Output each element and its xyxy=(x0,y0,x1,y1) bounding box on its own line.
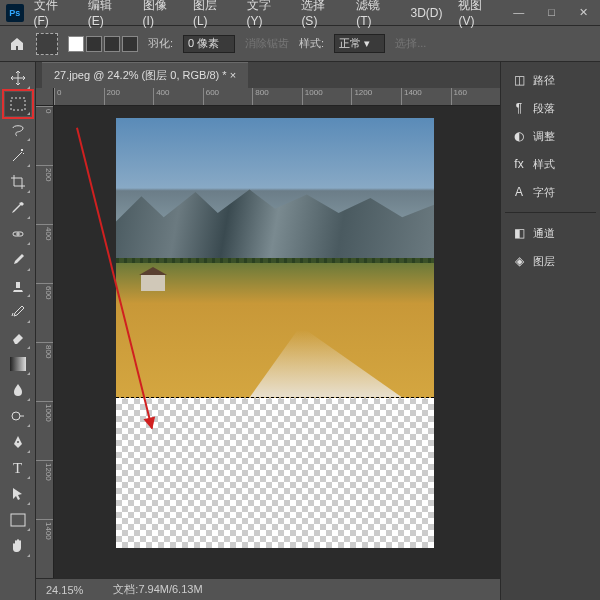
tab-close-icon[interactable]: × xyxy=(230,69,236,81)
tool-palette: T xyxy=(0,62,36,600)
ruler-vertical[interactable]: 0200400600800100012001400 xyxy=(36,106,54,578)
panel-paths[interactable]: ◫路径 xyxy=(505,68,596,92)
pen-tool[interactable] xyxy=(5,430,31,454)
canvas[interactable] xyxy=(116,118,434,548)
canvas-wrapper: 0200400600800100012001400160 02004006008… xyxy=(36,88,500,578)
menu-3d[interactable]: 3D(D) xyxy=(404,3,448,23)
lasso-tool[interactable] xyxy=(5,118,31,142)
paths-icon: ◫ xyxy=(511,72,527,88)
crop-tool[interactable] xyxy=(5,170,31,194)
subtract-selection-button[interactable] xyxy=(104,36,120,52)
menu-select[interactable]: 选择(S) xyxy=(295,0,346,31)
blur-tool[interactable] xyxy=(5,378,31,402)
selection-mode-group xyxy=(68,36,138,52)
svg-rect-2 xyxy=(10,357,26,371)
style-label: 样式: xyxy=(299,36,324,51)
refine-edge-button[interactable]: 选择... xyxy=(395,36,426,51)
brush-tool[interactable] xyxy=(5,248,31,272)
menu-filter[interactable]: 滤镜(T) xyxy=(350,0,400,31)
panel-layers[interactable]: ◈图层 xyxy=(505,249,596,273)
minimize-button[interactable]: — xyxy=(507,4,530,21)
gradient-tool[interactable] xyxy=(5,352,31,376)
history-brush-tool[interactable] xyxy=(5,300,31,324)
maximize-button[interactable]: □ xyxy=(542,4,561,21)
eyedropper-tool[interactable] xyxy=(5,196,31,220)
panel-dock: ◫路径 ¶段落 ◐调整 fx样式 A字符 ◧通道 ◈图层 xyxy=(500,62,600,600)
hand-tool[interactable] xyxy=(5,534,31,558)
zoom-level[interactable]: 24.15% xyxy=(46,584,83,596)
character-icon: A xyxy=(511,184,527,200)
home-icon[interactable] xyxy=(8,35,26,53)
svg-rect-4 xyxy=(11,514,25,526)
document-area: 27.jpeg @ 24.2% (图层 0, RGB/8) * × 020040… xyxy=(36,62,500,600)
rectangle-shape-tool[interactable] xyxy=(5,508,31,532)
svg-point-3 xyxy=(12,412,20,420)
close-button[interactable]: ✕ xyxy=(573,4,594,21)
transparent-area xyxy=(116,398,434,549)
menu-type[interactable]: 文字(Y) xyxy=(241,0,292,31)
doc-info[interactable]: 文档:7.94M/6.13M xyxy=(113,582,202,597)
healing-brush-tool[interactable] xyxy=(5,222,31,246)
add-selection-button[interactable] xyxy=(86,36,102,52)
dodge-tool[interactable] xyxy=(5,404,31,428)
tool-preset-button[interactable] xyxy=(36,33,58,55)
ps-logo: Ps xyxy=(6,4,24,22)
antialias-label: 消除锯齿 xyxy=(245,36,289,51)
panel-adjustments[interactable]: ◐调整 xyxy=(505,124,596,148)
move-tool[interactable] xyxy=(5,66,31,90)
status-bar: 24.15% 文档:7.94M/6.13M xyxy=(36,578,500,600)
panel-paragraph[interactable]: ¶段落 xyxy=(505,96,596,120)
clone-stamp-tool[interactable] xyxy=(5,274,31,298)
image-content xyxy=(116,118,434,398)
new-selection-button[interactable] xyxy=(68,36,84,52)
menu-layer[interactable]: 图层(L) xyxy=(187,0,237,31)
styles-icon: fx xyxy=(511,156,527,172)
panel-separator xyxy=(505,212,596,213)
magic-wand-tool[interactable] xyxy=(5,144,31,168)
channels-icon: ◧ xyxy=(511,225,527,241)
path-selection-tool[interactable] xyxy=(5,482,31,506)
panel-character[interactable]: A字符 xyxy=(505,180,596,204)
rectangular-marquee-tool[interactable] xyxy=(5,92,31,116)
layers-icon: ◈ xyxy=(511,253,527,269)
style-select[interactable]: 正常 ▾ xyxy=(334,34,385,53)
options-bar: 羽化: 消除锯齿 样式: 正常 ▾ 选择... xyxy=(0,26,600,62)
ruler-corner xyxy=(36,88,54,106)
menu-view[interactable]: 视图(V) xyxy=(452,0,503,31)
panel-channels[interactable]: ◧通道 xyxy=(505,221,596,245)
svg-rect-0 xyxy=(11,98,25,110)
window-controls: — □ ✕ xyxy=(507,4,594,21)
marquee-selection xyxy=(116,397,434,399)
menu-edit[interactable]: 编辑(E) xyxy=(82,0,133,31)
menu-file[interactable]: 文件(F) xyxy=(28,0,78,31)
feather-input[interactable] xyxy=(183,35,235,53)
paragraph-icon: ¶ xyxy=(511,100,527,116)
type-tool[interactable]: T xyxy=(5,456,31,480)
menu-bar: Ps 文件(F) 编辑(E) 图像(I) 图层(L) 文字(Y) 选择(S) 滤… xyxy=(0,0,600,26)
adjustments-icon: ◐ xyxy=(511,128,527,144)
eraser-tool[interactable] xyxy=(5,326,31,350)
menu-image[interactable]: 图像(I) xyxy=(137,0,183,31)
intersect-selection-button[interactable] xyxy=(122,36,138,52)
panel-styles[interactable]: fx样式 xyxy=(505,152,596,176)
tab-strip: 27.jpeg @ 24.2% (图层 0, RGB/8) * × xyxy=(36,62,500,88)
document-tab[interactable]: 27.jpeg @ 24.2% (图层 0, RGB/8) * × xyxy=(42,62,248,88)
ruler-horizontal[interactable]: 0200400600800100012001400160 xyxy=(54,88,500,106)
feather-label: 羽化: xyxy=(148,36,173,51)
